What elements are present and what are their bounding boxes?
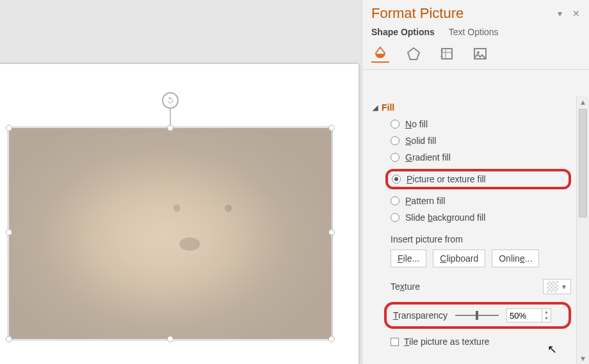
radio-icon <box>391 120 399 129</box>
tab-text-options[interactable]: Text Options <box>449 27 499 38</box>
tile-label: Tile picture as texture <box>404 336 489 347</box>
section-label: Fill <box>382 102 394 113</box>
insert-file-button[interactable]: File... <box>391 249 426 267</box>
transparency-spinner[interactable]: ▲ ▼ <box>506 308 551 322</box>
resize-handle-s[interactable] <box>167 336 173 342</box>
texture-swatch-icon <box>547 281 558 292</box>
svg-marker-0 <box>408 48 419 59</box>
selected-picture[interactable] <box>9 128 332 339</box>
slide-canvas <box>0 64 359 364</box>
size-properties-icon[interactable] <box>438 45 456 63</box>
insert-clipboard-button[interactable]: Clipboard <box>433 249 485 267</box>
radio-icon <box>391 213 399 222</box>
rotate-handle[interactable] <box>162 92 179 109</box>
panel-title: Format Picture <box>371 5 464 22</box>
fill-section-header[interactable]: ◢ Fill <box>373 100 571 119</box>
resize-handle-n[interactable] <box>167 125 173 131</box>
spin-up-icon[interactable]: ▲ <box>542 309 551 315</box>
insert-online-button[interactable]: Online... <box>492 249 539 267</box>
fill-line-icon[interactable] <box>371 45 389 63</box>
scroll-up-icon[interactable]: ▴ <box>577 96 589 107</box>
radio-no-fill[interactable]: No fill <box>391 119 571 129</box>
resize-handle-e[interactable] <box>328 229 335 235</box>
resize-handle-nw[interactable] <box>6 125 12 131</box>
radio-icon <box>392 175 401 184</box>
scroll-down-icon[interactable]: ▾ <box>577 352 589 364</box>
mouse-cursor-icon: ↖ <box>547 342 557 356</box>
svg-rect-1 <box>442 49 452 59</box>
svg-point-3 <box>477 51 480 54</box>
resize-handle-sw[interactable] <box>6 336 12 342</box>
panel-scrollbar[interactable]: ▴ ▾ <box>576 96 589 364</box>
resize-handle-ne[interactable] <box>328 125 335 131</box>
radio-solid-fill[interactable]: Solid fill <box>391 136 571 146</box>
radio-icon <box>391 136 399 145</box>
tile-checkbox-row[interactable]: Tile picture as texture <box>373 329 571 347</box>
highlight-picture-fill: Picture or texture fill <box>385 169 571 189</box>
scrollbar-thumb[interactable] <box>579 109 587 218</box>
transparency-slider[interactable] <box>455 313 499 317</box>
picture-icon[interactable] <box>471 45 489 63</box>
radio-icon <box>391 196 399 205</box>
chevron-down-icon: ▼ <box>561 283 567 290</box>
checkbox-icon <box>391 338 399 346</box>
transparency-input[interactable] <box>507 309 542 322</box>
collapse-icon: ◢ <box>373 104 378 112</box>
format-picture-panel: Format Picture ▾ ✕ Shape Options Text Op… <box>362 0 589 364</box>
highlight-transparency: Transparency ▲ ▼ <box>384 302 571 329</box>
radio-slide-bg-fill[interactable]: Slide background fill <box>391 212 571 223</box>
texture-picker[interactable]: ▼ <box>543 279 571 294</box>
radio-picture-fill[interactable]: Picture or texture fill <box>392 174 565 184</box>
resize-handle-w[interactable] <box>6 229 12 235</box>
effects-icon[interactable] <box>405 45 423 63</box>
panel-options-icon[interactable]: ▾ <box>558 8 562 19</box>
spin-down-icon[interactable]: ▼ <box>542 315 551 322</box>
radio-gradient-fill[interactable]: Gradient fill <box>391 152 571 162</box>
rotate-icon <box>166 96 175 105</box>
panel-close-icon[interactable]: ✕ <box>572 8 580 19</box>
resize-handle-se[interactable] <box>328 336 335 342</box>
transparency-label: Transparency <box>393 310 448 320</box>
tab-shape-options[interactable]: Shape Options <box>371 27 435 38</box>
insert-picture-label: Insert picture from <box>373 223 571 249</box>
radio-pattern-fill[interactable]: Pattern fill <box>391 196 571 206</box>
texture-label: Texture <box>391 281 420 292</box>
radio-icon <box>391 153 399 162</box>
